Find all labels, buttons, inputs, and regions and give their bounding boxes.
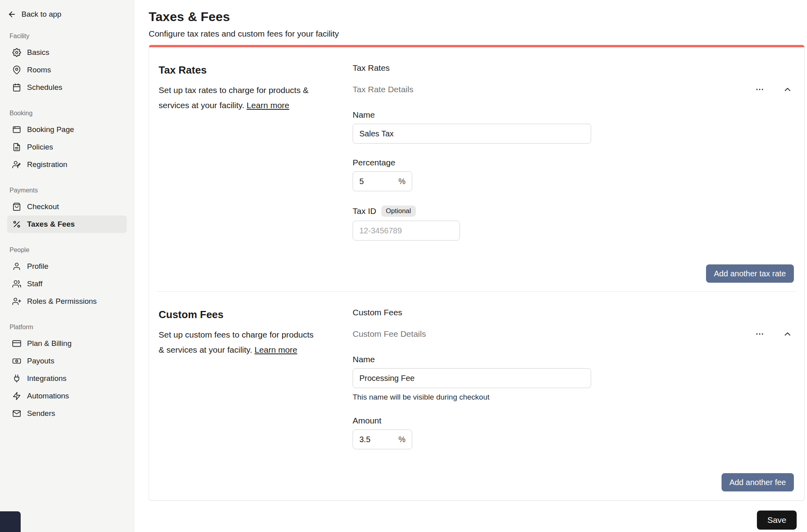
- sidebar-item-label: Basics: [27, 48, 49, 57]
- add-another-fee-button[interactable]: Add another fee: [722, 473, 794, 491]
- tax-percentage-input-wrap: %: [353, 171, 412, 191]
- map-pin-icon: [12, 65, 21, 75]
- envelope-icon: [12, 409, 21, 418]
- person-plus-icon: [12, 297, 21, 306]
- sidebar-section-booking: Booking Booking Page Policies Registrati…: [6, 110, 128, 173]
- tax-id-label: Tax ID: [353, 206, 376, 216]
- sidebar-item-automations[interactable]: Automations: [7, 387, 127, 405]
- sidebar-item-payouts[interactable]: Payouts: [7, 352, 127, 370]
- fee-name-helper-text: This name will be visible during checkou…: [353, 393, 794, 402]
- fee-amount-field: Amount %: [353, 416, 794, 449]
- page-title: Taxes & Fees: [149, 10, 805, 24]
- custom-fee-collapse-button[interactable]: [781, 328, 794, 340]
- person-icon: [12, 262, 21, 271]
- sidebar-item-basics[interactable]: Basics: [7, 44, 127, 61]
- save-button[interactable]: Save: [757, 511, 797, 530]
- tax-rates-description-column: Tax Rates Set up tax rates to charge for…: [159, 63, 353, 283]
- tax-rate-collapse-button[interactable]: [781, 83, 794, 96]
- custom-fees-learn-more-link[interactable]: Learn more: [254, 345, 297, 354]
- fee-name-field: Name This name will be visible during ch…: [353, 355, 794, 402]
- fee-amount-input[interactable]: [359, 435, 398, 444]
- tax-rates-panel-title: Tax Rates: [353, 63, 794, 73]
- main-content: Taxes & Fees Configure tax rates and cus…: [134, 0, 807, 532]
- tax-name-label: Name: [353, 110, 794, 120]
- custom-fees-description-column: Custom Fees Set up custom fees to charge…: [159, 308, 353, 491]
- custom-fees-section-title: Custom Fees: [159, 309, 353, 321]
- document-icon: [12, 142, 21, 152]
- section-label: Booking: [10, 110, 128, 117]
- sidebar-item-label: Rooms: [27, 66, 51, 74]
- sidebar-section-facility: Facility Basics Rooms Schedules: [6, 33, 128, 96]
- chevron-up-icon: [783, 85, 792, 94]
- sidebar-section-people: People Profile Staff Roles & Permissions: [6, 247, 128, 310]
- tax-name-field: Name: [353, 110, 794, 144]
- fee-amount-label: Amount: [353, 416, 794, 425]
- sidebar-item-label: Schedules: [27, 83, 62, 92]
- gear-icon: [12, 48, 21, 57]
- custom-fee-details-title: Custom Fee Details: [353, 329, 426, 339]
- sidebar-item-schedules[interactable]: Schedules: [7, 79, 127, 96]
- tax-percentage-input[interactable]: [359, 177, 398, 186]
- back-to-app-label: Back to app: [21, 10, 61, 19]
- sidebar-item-label: Profile: [27, 262, 48, 271]
- tax-rate-details-header: Tax Rate Details: [353, 83, 794, 96]
- plug-icon: [12, 374, 21, 383]
- fee-amount-input-wrap: %: [353, 429, 412, 449]
- percent-suffix: %: [398, 177, 405, 186]
- sidebar-item-registration[interactable]: Registration: [7, 156, 127, 173]
- tax-percentage-field: Percentage %: [353, 158, 794, 191]
- custom-fees-actions: Add another fee: [353, 473, 794, 491]
- percent-suffix: %: [398, 435, 405, 444]
- sidebar-item-label: Staff: [27, 280, 43, 288]
- tax-name-input[interactable]: [353, 124, 591, 144]
- people-icon: [12, 279, 21, 289]
- back-to-app-link[interactable]: Back to app: [6, 10, 128, 19]
- tax-rates-form-column: Tax Rates Tax Rate Details Name: [353, 63, 794, 283]
- custom-fees-panel-title: Custom Fees: [353, 308, 794, 317]
- chevron-up-icon: [783, 329, 792, 339]
- sidebar-item-label: Policies: [27, 143, 53, 151]
- calendar-icon: [12, 83, 21, 92]
- tax-rates-section: Tax Rates Set up tax rates to charge for…: [149, 47, 804, 291]
- banknote-icon: [12, 356, 21, 366]
- sidebar-item-rooms[interactable]: Rooms: [7, 61, 127, 79]
- sidebar-item-profile[interactable]: Profile: [7, 258, 127, 275]
- sidebar-item-label: Integrations: [27, 374, 66, 383]
- sidebar-item-booking-page[interactable]: Booking Page: [7, 121, 127, 138]
- custom-fee-overflow-menu-button[interactable]: [753, 328, 766, 340]
- custom-fees-section-description: Set up custom fees to charge for product…: [159, 327, 320, 357]
- tax-id-field: Tax ID Optional: [353, 206, 794, 241]
- sidebar-section-payments: Payments Checkout Taxes & Fees: [6, 187, 128, 233]
- section-label: People: [10, 247, 128, 254]
- person-pencil-icon: [12, 160, 21, 169]
- sidebar-item-plan-billing[interactable]: Plan & Billing: [7, 335, 127, 352]
- tax-rates-actions: Add another tax rate: [353, 264, 794, 283]
- sidebar-item-integrations[interactable]: Integrations: [7, 370, 127, 387]
- sidebar-item-policies[interactable]: Policies: [7, 138, 127, 156]
- tax-rates-section-title: Tax Rates: [159, 64, 353, 76]
- tax-id-input[interactable]: [353, 221, 460, 241]
- shopping-bag-icon: [12, 202, 21, 212]
- custom-fees-section: Custom Fees Set up custom fees to charge…: [149, 292, 804, 500]
- tax-rate-overflow-menu-button[interactable]: [753, 83, 766, 96]
- sidebar-item-senders[interactable]: Senders: [7, 405, 127, 422]
- tax-rates-learn-more-link[interactable]: Learn more: [246, 101, 289, 110]
- sidebar-item-label: Checkout: [27, 202, 59, 211]
- chat-widget[interactable]: [0, 511, 21, 532]
- sidebar-item-roles-permissions[interactable]: Roles & Permissions: [7, 293, 127, 310]
- sidebar-item-taxes-fees[interactable]: Taxes & Fees: [7, 216, 127, 233]
- fee-name-label: Name: [353, 355, 794, 364]
- add-another-tax-rate-button[interactable]: Add another tax rate: [706, 264, 794, 283]
- ellipsis-icon: [755, 329, 764, 339]
- ellipsis-icon: [755, 85, 764, 94]
- sidebar-item-staff[interactable]: Staff: [7, 275, 127, 293]
- sidebar-item-label: Automations: [27, 392, 69, 400]
- fee-name-input[interactable]: [353, 368, 591, 388]
- sidebar-item-label: Booking Page: [27, 125, 74, 134]
- sidebar-item-checkout[interactable]: Checkout: [7, 198, 127, 216]
- section-label: Payments: [10, 187, 128, 194]
- back-arrow-icon: [7, 10, 17, 19]
- optional-badge: Optional: [381, 206, 416, 217]
- tax-percentage-label: Percentage: [353, 158, 794, 167]
- sidebar-item-label: Plan & Billing: [27, 339, 72, 348]
